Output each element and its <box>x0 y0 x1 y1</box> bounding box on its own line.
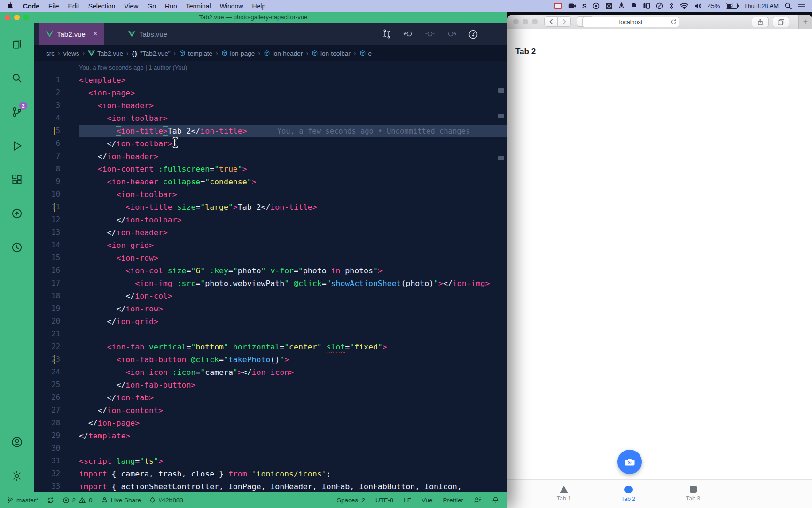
code-line-31[interactable]: 31<script lang="ts"> <box>34 455 507 468</box>
code-line-25[interactable]: 25 </ion-fab-button> <box>34 379 507 391</box>
run-and-debug-icon[interactable] <box>6 135 28 157</box>
menu-item-terminal[interactable]: Terminal <box>186 2 211 10</box>
back-button[interactable] <box>544 16 558 27</box>
control-center-icon[interactable] <box>798 3 805 9</box>
code-line-9[interactable]: 9 <ion-header collapse="condense"> <box>34 175 507 188</box>
code-line-12[interactable]: 12 </ion-toolbar> <box>34 214 507 226</box>
language-mode-item[interactable]: Vue <box>422 497 433 504</box>
breadcrumb-item-template[interactable]: template <box>179 50 212 57</box>
wifi-icon[interactable] <box>680 3 688 9</box>
code-line-6[interactable]: 6 </ion-toolbar> <box>34 137 507 150</box>
film-app-icon[interactable] <box>554 3 562 9</box>
tab-overview-icon[interactable] <box>773 17 789 27</box>
breadcrumb-item-tab2-vue[interactable]: Tab2.vue <box>88 50 123 57</box>
breadcrumb-item-views[interactable]: views <box>63 50 79 57</box>
code-line-15[interactable]: 15 <ion-row> <box>34 252 507 264</box>
code-line-7[interactable]: 7 </ion-header> <box>34 150 507 163</box>
menu-item-code[interactable]: Code <box>23 2 39 10</box>
menu-item-go[interactable]: Go <box>147 2 156 10</box>
explorer-icon[interactable] <box>6 33 28 56</box>
code-line-11[interactable]: 11 <ion-title size="large">Tab 2</ion-ti… <box>34 201 507 214</box>
safari-close-button[interactable] <box>513 19 519 24</box>
code-line-5[interactable]: 5 <ion-title>Tab 2</ion-title>You, a few… <box>34 125 507 137</box>
git-branch-item[interactable]: master* <box>7 496 39 504</box>
reload-icon[interactable] <box>671 19 677 25</box>
open-changes-icon[interactable] <box>382 29 391 39</box>
code-editor[interactable]: You, a few seconds ago | 1 author (You)1… <box>34 61 507 492</box>
eol-item[interactable]: LF <box>404 497 411 504</box>
stage-manager-icon[interactable] <box>643 3 650 9</box>
menu-item-file[interactable]: File <box>48 2 59 10</box>
codelens-annotation[interactable]: You, a few seconds ago | 1 author (You) <box>34 61 507 74</box>
code-line-14[interactable]: 14 <ion-grid> <box>34 239 507 252</box>
ion-tab-tab-3[interactable]: Tab 3 <box>667 480 719 508</box>
breadcrumb-item-tab2-vue[interactable]: {}"Tab2.vue" <box>132 50 171 57</box>
menu-item-help[interactable]: Help <box>252 2 265 10</box>
code-line-3[interactable]: 3 <ion-header> <box>34 99 507 112</box>
camera-app-icon[interactable] <box>568 3 576 9</box>
code-line-26[interactable]: 26 </ion-fab> <box>34 391 507 404</box>
source-control-icon[interactable]: 2 <box>6 101 28 123</box>
code-line-1[interactable]: 1<template> <box>34 74 507 87</box>
code-line-18[interactable]: 18 </ion-col> <box>34 290 507 302</box>
menu-clock[interactable]: Thu 8:28 AM <box>744 2 779 9</box>
address-bar[interactable]: localhost <box>582 17 679 27</box>
previous-change-icon[interactable] <box>403 29 413 39</box>
code-line-27[interactable]: 27 </ion-content> <box>34 404 507 417</box>
code-line-21[interactable]: 21 <box>34 328 507 341</box>
safari-minimize-button[interactable] <box>523 19 528 24</box>
code-line-33[interactable]: 33import { actionSheetController, IonPag… <box>34 480 507 492</box>
code-line-20[interactable]: 20 </ion-grid> <box>34 315 507 328</box>
menu-item-view[interactable]: View <box>124 2 138 10</box>
code-line-22[interactable]: 22 <ion-fab vertical="bottom" horizontal… <box>34 341 507 353</box>
ion-tab-tab-2[interactable]: Tab 2 <box>602 480 654 508</box>
current-change-icon[interactable] <box>425 29 434 39</box>
code-line-19[interactable]: 19 </ion-row> <box>34 302 507 315</box>
share-icon[interactable] <box>752 17 769 27</box>
breadcrumb-item-ion-header[interactable]: ion-header <box>264 50 303 57</box>
dark-app-icon[interactable] <box>606 3 612 9</box>
problems-item[interactable]: 2 0 <box>62 497 93 504</box>
vscode-title-bar[interactable]: Tab2.vue — photo-gallery-capacitor-vue <box>0 12 507 23</box>
bell-icon[interactable] <box>631 2 637 9</box>
close-tab-icon[interactable]: × <box>93 30 97 38</box>
extensions-icon[interactable] <box>6 168 28 191</box>
volume-icon[interactable] <box>695 3 702 9</box>
menu-item-run[interactable]: Run <box>165 2 177 10</box>
settings-gear-icon[interactable] <box>6 465 28 487</box>
breadcrumb-item-ion-toolbar[interactable]: ion-toolbar <box>312 50 351 57</box>
feedback-icon[interactable] <box>474 496 482 504</box>
code-line-23[interactable]: 23 <ion-fab-button @click="takePhoto()"> <box>34 353 507 366</box>
new-tab-button[interactable]: + <box>798 15 812 29</box>
next-change-icon[interactable] <box>446 29 456 39</box>
rocket-icon[interactable] <box>618 2 625 9</box>
timeline-icon[interactable] <box>6 236 28 259</box>
code-line-16[interactable]: 16 <ion-col size="6" :key="photo" v-for=… <box>34 264 507 277</box>
live-share-item[interactable]: Live Share <box>101 496 141 504</box>
account-icon[interactable] <box>6 431 28 453</box>
color-highlight-item[interactable]: #42b883 <box>149 496 183 504</box>
camera-fab-button[interactable] <box>617 450 642 474</box>
breadcrumb-item-src[interactable]: src <box>46 50 55 57</box>
breadcrumb-item-e[interactable]: e <box>359 50 372 57</box>
code-line-17[interactable]: 17 <ion-img :src="photo.webviewPath" @cl… <box>34 277 507 290</box>
editor-tab-tab2-vue[interactable]: Tab2.vue× <box>39 23 104 45</box>
safari-zoom-button[interactable] <box>532 19 538 24</box>
bluetooth-icon[interactable] <box>669 2 674 9</box>
ion-tab-tab-1[interactable]: Tab 1 <box>538 480 590 508</box>
code-line-2[interactable]: 2 <ion-page> <box>34 87 507 99</box>
editor-tab-tabs-vue[interactable]: Tabs.vue <box>122 23 174 45</box>
code-line-8[interactable]: 8 <ion-content :fullscreen="true"> <box>34 163 507 175</box>
code-line-13[interactable]: 13 </ion-header> <box>34 226 507 239</box>
spotlight-search-icon[interactable] <box>785 2 792 9</box>
record-circle-icon[interactable] <box>593 2 600 9</box>
s-app-icon[interactable]: S <box>582 2 586 10</box>
timeline-run-icon[interactable] <box>468 29 477 39</box>
code-line-32[interactable]: 32import { camera, trash, close } from '… <box>34 468 507 480</box>
code-line-4[interactable]: 4 <ion-toolbar> <box>34 112 507 125</box>
indentation-item[interactable]: Spaces: 2 <box>337 497 365 504</box>
code-line-28[interactable]: 28 </ion-page> <box>34 417 507 429</box>
menu-item-window[interactable]: Window <box>220 2 243 10</box>
code-line-24[interactable]: 24 <ion-icon :icon="camera"></ion-icon> <box>34 366 507 379</box>
code-line-30[interactable]: 30 <box>34 442 507 455</box>
